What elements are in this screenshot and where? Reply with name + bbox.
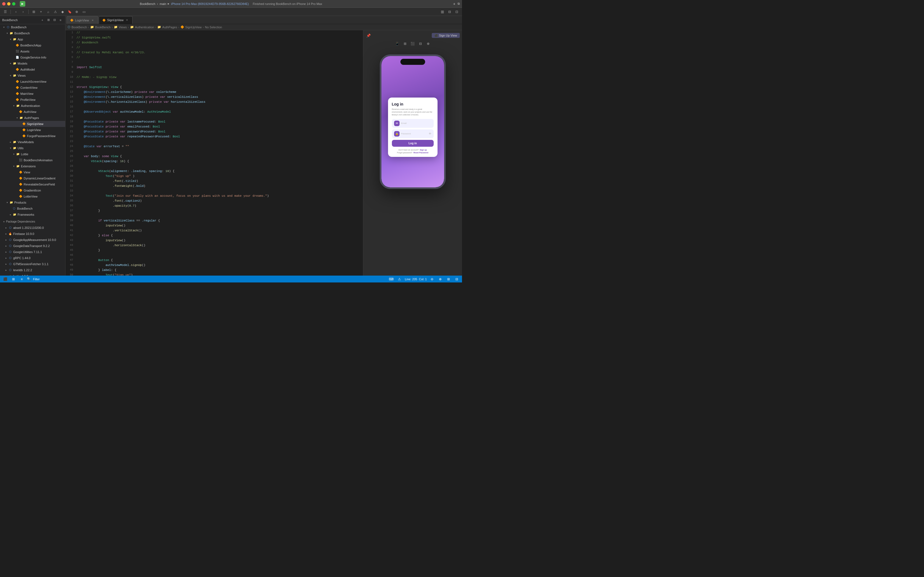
sidebar-item[interactable]: ▸ ✦ Lottie 4.2.0	[0, 273, 65, 276]
sidebar-item-authpages[interactable]: ▾ 📁 AuthPages	[0, 115, 65, 121]
sidebar-item-utils[interactable]: ▾ 📁 Utils	[0, 145, 65, 151]
sidebar-item[interactable]: 🔶 ContentView	[0, 85, 65, 91]
sidebar-item[interactable]: 🔶 BookBenchApp	[0, 42, 65, 48]
sidebar-item-signupview[interactable]: 🔶 SignUpView	[0, 121, 65, 127]
breadcrumb-item[interactable]: BookBench	[95, 26, 111, 29]
minimize-window-button[interactable]	[7, 2, 10, 5]
sidebar-item[interactable]: ▸ 🔥 Firebase 10.9.0	[0, 231, 65, 237]
sidebar-item[interactable]: 🔶 LottieView	[0, 193, 65, 200]
tab-signupview[interactable]: 🔶 SignUpView ✕	[99, 16, 133, 24]
sidebar-filter-button[interactable]: ⊟	[52, 18, 57, 23]
link-button[interactable]: ⊕	[74, 9, 80, 15]
sidebar-item[interactable]: ▾ 📁 Views	[0, 73, 65, 79]
sidebar-section-packages[interactable]: ▾ Package Dependencies	[0, 219, 65, 225]
search-button[interactable]: ⌕	[45, 9, 51, 15]
preview-device-button[interactable]: 📱	[394, 41, 401, 47]
sidebar-toggle-button[interactable]: ☰	[2, 9, 8, 15]
sidebar-item-products[interactable]: ▾ 📁 Products	[0, 200, 65, 206]
close-window-button[interactable]	[2, 2, 5, 5]
sidebar-item-extensions[interactable]: ▾ 📁 Extensions	[0, 163, 65, 169]
warning-button[interactable]: ⚠	[52, 9, 58, 15]
sidebar-item-authentication[interactable]: ▾ 📁 Authentication	[0, 103, 65, 109]
sidebar-item[interactable]: 🔶 MainView	[0, 91, 65, 97]
breadcrumb-item[interactable]: 📁	[114, 25, 118, 29]
sidebar-item[interactable]: ▸ ⬡ leveldb 1.22.2	[0, 267, 65, 273]
sidebar-item[interactable]: ▾ 📁 BookBench	[0, 30, 65, 36]
preview-compare-button[interactable]: ⊟	[417, 41, 423, 47]
preview-orientation-button[interactable]: ⊞	[402, 41, 408, 47]
status-bar-button-2[interactable]: ⊞	[10, 276, 16, 282]
sidebar-item-frameworks[interactable]: ▸ 📁 Frameworks	[0, 211, 65, 218]
sidebar-item[interactable]: 🔶 GradientIcon	[0, 187, 65, 193]
tile-windows-button[interactable]: ⧉	[457, 2, 460, 5]
layout-toggle-1[interactable]: ⊞	[439, 9, 446, 15]
breadcrumb-item[interactable]: 📁	[90, 25, 94, 29]
sidebar-item[interactable]: 🔶 RevealableSecureField	[0, 181, 65, 187]
sidebar-item-forgotpassword[interactable]: 🔶 ForgotPasswordView	[0, 133, 65, 139]
sidebar-sort-button[interactable]: ⊞	[46, 18, 51, 23]
breadcrumb-item[interactable]: SignUpView	[185, 26, 202, 29]
breadcrumb-item[interactable]: 📁	[130, 25, 134, 29]
sidebar-item[interactable]: ▸ ⬡ GoogleUtilities 7.11.1	[0, 249, 65, 255]
add-button[interactable]: +	[38, 9, 44, 15]
sidebar-add-button[interactable]: +	[40, 18, 45, 23]
sidebar-item[interactable]: 📄 GoogleService-Info	[0, 55, 65, 60]
sidebar-item[interactable]: ▸ ⬡ abseil 1.2021110200.0	[0, 225, 65, 231]
sidebar-item[interactable]: ▾ ⬡ BookBench	[0, 24, 65, 30]
navigator-toggle[interactable]: ⊞	[31, 9, 37, 15]
run-button[interactable]: ▶	[20, 1, 25, 6]
sidebar-item[interactable]: ⬛ Assets	[0, 48, 65, 55]
login-button[interactable]: Log in	[392, 140, 434, 147]
zoom-in-button[interactable]: ⊕	[437, 276, 443, 282]
zoom-out-button[interactable]: ⊖	[429, 276, 435, 282]
forward-button[interactable]: ›	[20, 9, 26, 15]
add-tab-button[interactable]: +	[453, 2, 456, 6]
sidebar-item[interactable]: 🔶 ProfileView	[0, 97, 65, 103]
sidebar-item[interactable]: 🔶 AuthView	[0, 109, 65, 115]
bookmark-button[interactable]: 🔖	[66, 9, 73, 15]
breadcrumb-item[interactable]: AuthPages	[162, 26, 177, 29]
breadcrumb-item[interactable]: ⬡	[68, 25, 70, 29]
sidebar-item[interactable]: ▸ ⬡ GoogleDataTransport 9.2.2	[0, 243, 65, 249]
layout-toggle-2[interactable]: ⊟	[447, 9, 453, 15]
reset-password-link[interactable]: Reset Password	[414, 152, 428, 153]
sidebar-item-lottie-folder[interactable]: ▾ 📁 Lottie	[0, 151, 65, 157]
code-editor[interactable]: 1 // 2 // SignUpView.swift 3 // BookBenc…	[65, 30, 363, 276]
preview-color-button[interactable]: ⬛	[410, 41, 416, 47]
preview-pin-button[interactable]: 📌	[365, 32, 372, 39]
breadcrumb-item[interactable]: BookBench	[71, 26, 87, 29]
status-bar-keyboard-button[interactable]: ⌨	[388, 276, 394, 282]
sidebar-more-button[interactable]: ≡	[58, 18, 63, 23]
breadcrumb-item[interactable]: Authentication	[135, 26, 154, 29]
zoom-fit-button[interactable]: ⊞	[446, 276, 452, 282]
breadcrumb-item[interactable]: 📁	[157, 25, 161, 29]
sidebar-item[interactable]: ▸ ⬡ gRPC 1.44.0	[0, 255, 65, 261]
back-button[interactable]: ‹	[13, 9, 19, 15]
preview-zoom-button[interactable]: ⊕	[425, 41, 431, 47]
sidebar-item[interactable]: 🔶 DynamicLinearGradient	[0, 175, 65, 181]
zoom-reset-button[interactable]: ⊟	[454, 276, 460, 282]
tab-loginview[interactable]: 🔶 LoginView ✕	[66, 16, 98, 24]
tab-close-button[interactable]: ✕	[125, 18, 129, 22]
breadcrumb-item[interactable]: Views	[119, 26, 127, 29]
sidebar-item-loginview[interactable]: 🔶 LoginView	[0, 127, 65, 133]
maximize-window-button[interactable]	[12, 2, 15, 5]
sidebar-item[interactable]: ▾ 📁 App	[0, 36, 65, 42]
sidebar-item[interactable]: ⬡ BookBench	[0, 206, 65, 211]
sidebar-item[interactable]: 🔶 LaunchScreenView	[0, 79, 65, 85]
status-bar-button-3[interactable]: ≡	[19, 276, 25, 282]
sidebar-item[interactable]: ▸ ⬡ GTMSessionFetcher 3.1.1	[0, 261, 65, 267]
sidebar-item-animation[interactable]: ⬛ BookBenchAnimation	[0, 157, 65, 163]
inspector-toggle[interactable]: ⊡	[454, 9, 460, 15]
sidebar-item[interactable]: 🔶 View	[0, 169, 65, 175]
sidebar-item[interactable]: ▸ ⬡ GoogleAppMeasurement 10.9.0	[0, 237, 65, 243]
breadcrumb-item[interactable]: 🔶	[180, 25, 184, 29]
signup-link[interactable]: Sign up	[420, 149, 427, 151]
sidebar-item-viewmodels[interactable]: ▸ 📁 ViewModels	[0, 139, 65, 145]
status-bar-warning-button[interactable]: ⚠	[397, 276, 402, 282]
sidebar-item[interactable]: 🔶 AuthModel	[0, 66, 65, 73]
breakpoint-button[interactable]: ◆	[60, 9, 65, 15]
tab-close-button[interactable]: ✕	[91, 18, 95, 22]
status-bar-button-1[interactable]: ⬛	[2, 276, 8, 282]
sidebar-item[interactable]: ▾ 📁 Models	[0, 60, 65, 66]
